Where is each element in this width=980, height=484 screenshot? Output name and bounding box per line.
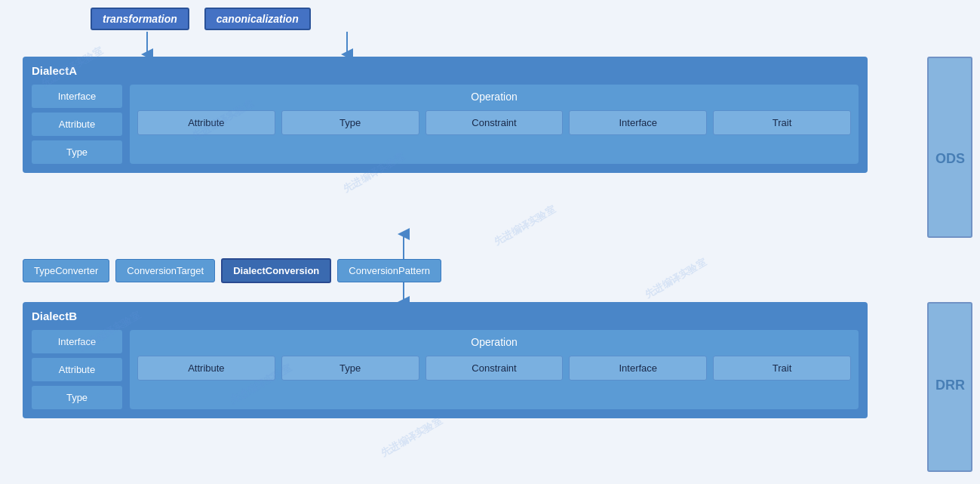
dialect-a-interface: Interface [32,85,122,108]
dialect-a-attribute: Attribute [32,113,122,136]
type-converter: TypeConverter [23,259,109,282]
conversion-pattern: ConversionPattern [337,259,441,282]
dialect-b-op-trait: Trait [713,356,851,381]
dialect-b-left-col: Interface Attribute Type [32,330,122,409]
conversion-target: ConversionTarget [115,259,215,282]
dialect-a-op-trait: Trait [713,110,851,135]
dialect-b-block: DialectB Interface Attribute Type Operat… [23,302,868,418]
dialect-a-operation-label: Operation [137,91,851,103]
dialect-a-op-interface: Interface [569,110,707,135]
dialect-b-op-interface: Interface [569,356,707,381]
dialect-b-attribute: Attribute [32,358,122,381]
conversion-row: TypeConverter ConversionTarget DialectCo… [23,258,441,283]
dialect-b-interface: Interface [32,330,122,353]
dialect-a-op-type: Type [281,110,419,135]
canonicalization-label: canonicalization [204,8,311,30]
dialect-b-op-attribute: Attribute [137,356,275,381]
dialect-a-operation-col: Operation Attribute Type Constraint Inte… [130,85,859,164]
dialect-a-op-constraint: Constraint [425,110,564,135]
dialect-b-op-constraint: Constraint [425,356,564,381]
dialect-b-operation-col: Operation Attribute Type Constraint Inte… [130,330,859,409]
dialect-a-left-col: Interface Attribute Type [32,85,122,164]
ods-bracket [927,57,972,238]
transformation-label: transformation [91,8,189,30]
dialect-a-op-attribute: Attribute [137,110,275,135]
dialect-a-title: DialectA [32,64,859,77]
dialect-b-op-type: Type [281,356,419,381]
dialect-b-operation-label: Operation [137,336,851,348]
drr-bracket [927,302,972,472]
dialect-a-type: Type [32,140,122,164]
dialect-a-block: DialectA Interface Attribute Type Operat… [23,57,868,173]
dialect-b-type: Type [32,386,122,409]
dialect-b-title: DialectB [32,310,859,322]
dialect-conversion: DialectConversion [221,258,331,283]
